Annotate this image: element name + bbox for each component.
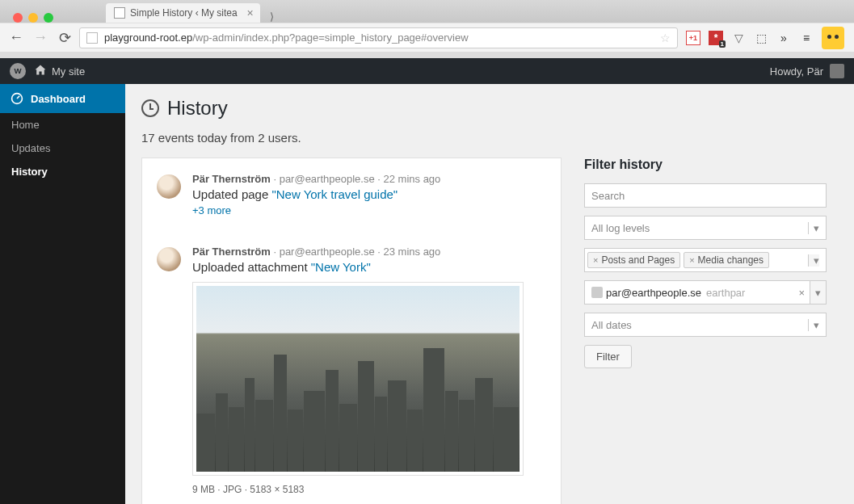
message-types-select[interactable]: ×Posts and Pages ×Media changes — [584, 248, 827, 272]
forward-button: → — [31, 28, 50, 48]
avatar — [157, 247, 181, 271]
browser-tab[interactable]: Simple History ‹ My sitea × — [106, 3, 260, 23]
submenu-history[interactable]: History — [0, 160, 125, 183]
filter-heading: Filter history — [584, 158, 827, 172]
event-object-link[interactable]: "New York" — [311, 260, 371, 274]
submenu-updates[interactable]: Updates — [0, 136, 125, 160]
reload-button[interactable]: ⟳ — [55, 28, 74, 48]
event-object-link[interactable]: "New York travel guide" — [271, 187, 398, 201]
close-window-icon[interactable] — [13, 13, 23, 23]
site-name-link[interactable]: My site — [52, 65, 85, 78]
back-button[interactable]: ← — [6, 28, 26, 48]
event-message: Updated page "New York travel guide" — [192, 187, 546, 201]
bookmark-star-icon[interactable]: ☆ — [660, 32, 671, 44]
menu-dashboard[interactable]: Dashboard — [0, 84, 125, 113]
minimize-window-icon[interactable] — [28, 13, 38, 23]
tab-title: Simple History ‹ My sitea — [130, 7, 238, 19]
tab-close-icon[interactable]: × — [247, 6, 254, 19]
tab-favicon — [114, 7, 125, 19]
events-summary: 17 events today from 2 users. — [141, 131, 838, 145]
event-meta: Pär Thernström · par@earthpeople.se · 22… — [192, 173, 546, 185]
admin-sidebar: Dashboard Home Updates History — [0, 84, 125, 504]
svg-text:W: W — [14, 66, 22, 75]
user-filter-select[interactable]: par@earthpeople.se earthpar × ▾ — [584, 280, 827, 304]
site-info-icon[interactable] — [86, 32, 98, 44]
filter-panel: Filter history All log levels ×Posts and… — [584, 158, 827, 504]
page-title: History — [141, 97, 838, 120]
pocket-extension-icon[interactable]: ▽ — [731, 31, 746, 45]
avatar — [157, 174, 181, 199]
howdy-text[interactable]: Howdy, Pär — [770, 65, 823, 78]
clear-user-icon[interactable]: × — [798, 287, 805, 299]
wordpress-logo-icon[interactable]: W — [10, 63, 26, 79]
home-icon[interactable] — [34, 64, 47, 79]
filter-tag[interactable]: ×Media changes — [684, 252, 769, 268]
user-avatar-icon[interactable] — [830, 64, 844, 78]
event-row: Pär Thernström · par@earthpeople.se · 23… — [142, 231, 561, 504]
google-plus-extension-icon[interactable]: +1 — [686, 31, 700, 45]
chrome-menu-icon[interactable]: ≡ — [799, 31, 814, 45]
dropdown-icon[interactable]: ▾ — [810, 281, 826, 304]
new-tab-button[interactable]: ⟩ — [267, 10, 277, 23]
event-row: Pär Thernström · par@earthpeople.se · 22… — [142, 158, 561, 231]
event-message: Uploaded attachment "New York" — [192, 260, 546, 274]
url-path: /wp-admin/index.php?page=simple_history_… — [192, 32, 468, 44]
event-meta: Pär Thernström · par@earthpeople.se · 23… — [192, 246, 546, 258]
history-clock-icon — [141, 99, 159, 117]
user-avatar-icon — [591, 287, 603, 298]
filter-button[interactable]: Filter — [584, 345, 632, 368]
window-controls[interactable] — [6, 6, 61, 23]
event-more-link[interactable]: +3 more — [192, 204, 546, 216]
submenu-home[interactable]: Home — [0, 113, 125, 136]
more-extension-icon[interactable]: » — [776, 31, 791, 45]
dates-select[interactable]: All dates — [584, 313, 827, 337]
zoom-window-icon[interactable] — [44, 13, 53, 23]
search-input[interactable] — [584, 183, 827, 208]
attachment-thumbnail — [196, 286, 520, 472]
dashboard-icon — [10, 91, 24, 106]
lastpass-extension-icon[interactable]: *1 — [709, 31, 723, 45]
attachment-meta: 9 MB · JPG · 5183 × 5183 — [192, 484, 546, 495]
address-bar[interactable]: playground-root.ep/wp-admin/index.php?pa… — [79, 27, 678, 48]
log-levels-select[interactable]: All log levels — [584, 216, 827, 240]
cast-extension-icon[interactable]: ⬚ — [754, 31, 768, 45]
attachment-preview[interactable] — [192, 282, 524, 476]
cat-extension-icon[interactable] — [822, 27, 844, 49]
history-feed: Pär Thernström · par@earthpeople.se · 22… — [141, 158, 562, 504]
remove-tag-icon[interactable]: × — [689, 255, 694, 265]
url-domain: playground-root.ep — [104, 32, 192, 44]
remove-tag-icon[interactable]: × — [593, 255, 598, 265]
filter-tag[interactable]: ×Posts and Pages — [587, 252, 680, 268]
